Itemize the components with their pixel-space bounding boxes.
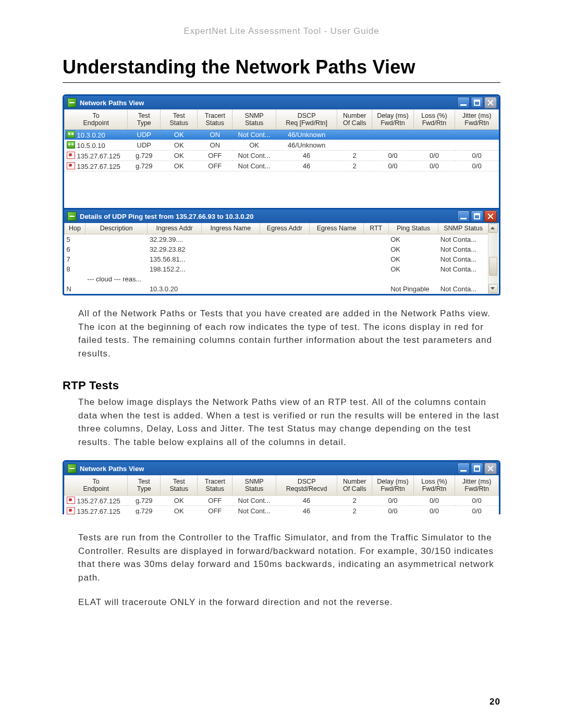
- section-heading: RTP Tests: [63, 379, 500, 392]
- cell: 8: [65, 264, 85, 274]
- col-snmp[interactable]: SNMP Status: [438, 223, 488, 235]
- cell: 7: [65, 254, 85, 264]
- col-tracert[interactable]: TracertStatus: [198, 475, 232, 496]
- cell: [260, 264, 310, 274]
- paragraph: ELAT will traceroute ONLY in the forward…: [78, 596, 500, 609]
- table-row[interactable]: 632.29.23.82OKNot Conta...: [65, 244, 488, 254]
- col-rtt[interactable]: RTT: [363, 223, 388, 235]
- cell: 46: [276, 496, 337, 506]
- titlebar[interactable]: Network Paths View: [64, 96, 499, 109]
- table-row[interactable]: 10.3.0.20UDPOKONNot Cont...46/Unknown: [65, 130, 499, 140]
- col-delay[interactable]: Delay (ms)Fwd/Rtn: [372, 475, 414, 496]
- cell: [260, 284, 310, 294]
- vertical-scrollbar[interactable]: [488, 223, 498, 294]
- table-row[interactable]: 8198.152.2...OKNot Conta...: [65, 264, 488, 274]
- col-desc[interactable]: Description: [85, 223, 148, 235]
- col-dscp[interactable]: DSCPReqstd/Recvd: [276, 475, 337, 496]
- rtp-icon: [67, 162, 75, 169]
- col-snmp[interactable]: SNMPStatus: [232, 109, 276, 130]
- col-type[interactable]: TestType: [128, 109, 161, 130]
- table-row[interactable]: 135.27.67.125g.729OKOFFNot Cont...4620/0…: [65, 496, 499, 506]
- col-status[interactable]: TestStatus: [161, 475, 198, 496]
- cell: OK: [161, 496, 198, 506]
- maximize-button[interactable]: [471, 211, 483, 222]
- col-delay[interactable]: Delay (ms)Fwd/Rtn: [372, 109, 414, 130]
- col-eaddr[interactable]: Egress Addr: [260, 223, 310, 235]
- col-ping[interactable]: Ping Status: [388, 223, 438, 235]
- col-snmp[interactable]: SNMPStatus: [232, 475, 276, 496]
- cell: 2: [337, 151, 372, 161]
- udp-icon: [67, 141, 75, 149]
- scroll-up-button[interactable]: [488, 224, 498, 233]
- col-ncalls[interactable]: NumberOf Calls: [337, 109, 372, 130]
- details-table[interactable]: Hop Description Ingress Addr Ingress Nam…: [64, 223, 488, 294]
- scroll-thumb[interactable]: [489, 257, 497, 276]
- paragraph: Tests are run from the Controller to the…: [78, 531, 500, 584]
- close-button[interactable]: [484, 97, 497, 108]
- network-paths-table[interactable]: ToEndpoint TestType TestStatus TracertSt…: [64, 109, 499, 171]
- col-ncalls[interactable]: NumberOf Calls: [337, 475, 372, 496]
- page-header: ExpertNet Lite Assessment Tool - User Gu…: [63, 26, 500, 36]
- maximize-button[interactable]: [471, 463, 483, 474]
- cell: 0/0: [372, 151, 414, 161]
- close-button[interactable]: [484, 211, 497, 222]
- col-hop[interactable]: Hop: [65, 223, 85, 235]
- paragraph: All of the Network Paths or Tests that y…: [78, 307, 500, 360]
- rtp-table[interactable]: ToEndpoint TestType TestStatus TracertSt…: [64, 475, 499, 516]
- col-endpoint[interactable]: ToEndpoint: [65, 109, 128, 130]
- minimize-button[interactable]: [457, 463, 470, 474]
- cell: 135.27.67.125: [65, 151, 128, 161]
- maximize-button[interactable]: [471, 97, 483, 108]
- titlebar[interactable]: Details of UDP Ping test from 135.27.66.…: [64, 209, 499, 223]
- col-loss[interactable]: Loss (%)Fwd/Rtn: [413, 475, 455, 496]
- col-jitter[interactable]: Jitter (ms)Fwd/Rtn: [455, 475, 499, 496]
- cell: Not Cont...: [232, 496, 276, 506]
- col-loss[interactable]: Loss (%)Fwd/Rtn: [413, 109, 455, 130]
- col-dscp[interactable]: DSCPReq [Fwd/Rtn]: [276, 109, 337, 130]
- table-row[interactable]: N10.3.0.20Not PingableNot Conta...: [65, 284, 488, 294]
- minimize-button[interactable]: [457, 211, 470, 222]
- table-row[interactable]: 532.29.39....OKNot Conta...: [65, 235, 488, 245]
- table-row[interactable]: 7135.56.81...OKNot Conta...: [65, 254, 488, 264]
- cell: 0/0: [413, 161, 455, 171]
- scroll-down-button[interactable]: [488, 284, 498, 293]
- cell: [260, 244, 310, 254]
- page-number: 20: [489, 697, 500, 707]
- col-tracert[interactable]: TracertStatus: [198, 109, 232, 130]
- cell: [310, 244, 364, 254]
- col-inname[interactable]: Ingress Name: [202, 223, 260, 235]
- table-row[interactable]: 135.27.67.125g.729OKOFFNot Cont...4620/0…: [65, 151, 499, 161]
- cell: OK: [388, 244, 438, 254]
- col-ename[interactable]: Egress Name: [310, 223, 364, 235]
- table-row[interactable]: --- cloud --- reas...: [65, 274, 488, 284]
- cell: [202, 274, 260, 284]
- cell: [363, 274, 388, 284]
- col-status[interactable]: TestStatus: [161, 109, 198, 130]
- table-row[interactable]: 135.27.67.125g.729OKOFFNot Cont...4620/0…: [65, 161, 499, 171]
- cell: 135.56.81...: [148, 254, 202, 264]
- cell: Not Cont...: [232, 130, 276, 140]
- close-button[interactable]: [484, 463, 497, 474]
- table-row[interactable]: 10.5.0.10UDPOKONOK46/Unknown: [65, 140, 499, 151]
- col-type[interactable]: TestType: [128, 475, 161, 496]
- cell: OK: [388, 264, 438, 274]
- network-paths-window: Network Paths View ToEndpoint TestType T…: [63, 94, 500, 208]
- cell: [310, 274, 364, 284]
- col-endpoint[interactable]: ToEndpoint: [65, 475, 128, 496]
- details-window: Details of UDP Ping test from 135.27.66.…: [63, 208, 500, 295]
- titlebar[interactable]: Network Paths View: [64, 462, 499, 475]
- cell: [65, 274, 85, 284]
- title-rule: [63, 82, 500, 83]
- torn-edge: [63, 514, 500, 520]
- paragraph: The below image displays the Network Pat…: [78, 396, 500, 449]
- cell: 0/0: [455, 161, 499, 171]
- cell: OFF: [198, 161, 232, 171]
- cell: [388, 274, 438, 284]
- col-jitter[interactable]: Jitter (ms)Fwd/Rtn: [455, 109, 499, 130]
- cell: 0/0: [455, 151, 499, 161]
- cell: [85, 284, 148, 294]
- cell: [260, 274, 310, 284]
- minimize-button[interactable]: [457, 97, 470, 108]
- cell: 32.29.39....: [148, 235, 202, 245]
- col-inaddr[interactable]: Ingress Addr: [148, 223, 202, 235]
